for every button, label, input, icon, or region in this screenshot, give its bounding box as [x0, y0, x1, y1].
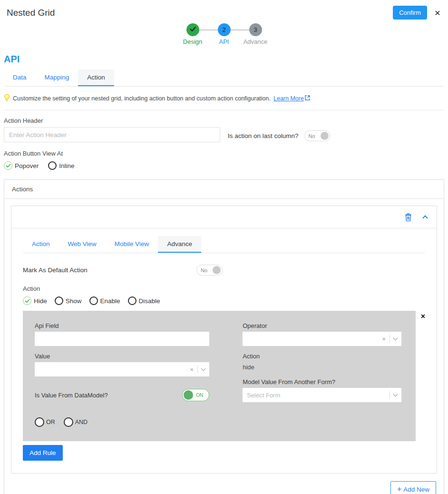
- radio-and[interactable]: AND: [64, 417, 88, 427]
- learn-more-link[interactable]: Learn More: [273, 95, 310, 102]
- select-form-dropdown[interactable]: Select Form: [243, 388, 401, 402]
- select-form-placeholder: Select Form: [247, 392, 280, 399]
- top-bar-actions: Confirm ×: [393, 6, 440, 20]
- action-card-header: [11, 206, 437, 228]
- action-radios-label: Action: [23, 285, 425, 292]
- hint-text: Customize the setting of your nested gri…: [13, 95, 271, 102]
- radio-popover[interactable]: Popover: [4, 161, 39, 170]
- toggle-knob: [213, 266, 221, 274]
- operator-group: Operator ×: [243, 322, 401, 346]
- step-design-circle: [186, 23, 199, 36]
- radio-unselected-icon: [55, 296, 63, 305]
- datamodel-toggle[interactable]: ON: [182, 389, 209, 401]
- default-action-toggle-label: No: [201, 267, 207, 273]
- rule-close-icon[interactable]: ×: [421, 313, 425, 320]
- rule-grid: Api Field Value ×: [35, 322, 401, 427]
- action-radio-group: Action Hide Show: [23, 285, 425, 305]
- last-column-label: Is action on last column?: [228, 132, 299, 139]
- clear-icon[interactable]: ×: [190, 366, 194, 373]
- external-link-icon: [305, 95, 310, 102]
- radio-selected-icon: [23, 296, 31, 305]
- add-rule-button[interactable]: Add Rule: [23, 445, 63, 461]
- action-value-group: Action hide: [243, 353, 401, 371]
- tab-action[interactable]: Action: [78, 69, 114, 86]
- rule-panel: Api Field Value ×: [23, 311, 416, 441]
- hint-section: Customize the setting of your nested gri…: [4, 87, 444, 110]
- radio-unselected-icon: [128, 296, 136, 305]
- radio-unselected-icon: [64, 417, 73, 427]
- view-at-radios: Popover Inline: [4, 161, 444, 170]
- chevron-down-icon: [201, 366, 206, 371]
- clear-icon[interactable]: ×: [382, 336, 386, 343]
- radio-selected-icon: [4, 161, 12, 170]
- datamodel-row: Is Value From DataModel? ON: [35, 389, 209, 401]
- step-design[interactable]: Design: [177, 23, 208, 45]
- radio-or[interactable]: OR: [35, 417, 55, 427]
- wizard-stepper: Design 2 API 3 Advance: [0, 23, 448, 45]
- default-action-label: Mark As Default Action: [23, 267, 88, 274]
- last-column-toggle-label: No: [309, 133, 315, 139]
- last-column-toggle[interactable]: No: [304, 130, 331, 141]
- rule-right-column: Operator × Action hide: [243, 322, 401, 427]
- step-api[interactable]: 2 API: [208, 23, 240, 45]
- radio-unselected-icon: [48, 161, 57, 170]
- rule-left-column: Api Field Value ×: [35, 322, 209, 427]
- select-divider: [390, 335, 390, 343]
- model-value-group: Model Value From Another Form? Select Fo…: [243, 378, 401, 402]
- radio-show[interactable]: Show: [55, 296, 82, 305]
- actions-panel-body: Action Web View Mobile View Advance Mark…: [4, 199, 444, 494]
- step-api-circle: 2: [218, 23, 231, 36]
- close-icon[interactable]: ×: [435, 8, 440, 18]
- datamodel-label: Is Value From DataModel?: [35, 392, 108, 399]
- hint-row: Customize the setting of your nested gri…: [4, 94, 444, 103]
- tab-action-inner[interactable]: Action: [23, 236, 59, 253]
- select-divider: [390, 391, 390, 399]
- radio-disable[interactable]: Disable: [128, 296, 160, 305]
- operator-select[interactable]: ×: [243, 332, 401, 346]
- operator-label: Operator: [243, 322, 401, 329]
- trash-icon[interactable]: [405, 213, 412, 221]
- radio-inline[interactable]: Inline: [48, 161, 74, 170]
- section-title: API: [4, 54, 444, 65]
- tab-mobile-view[interactable]: Mobile View: [106, 236, 158, 253]
- action-card-tab-bar: Action Web View Mobile View Advance: [23, 236, 425, 253]
- radio-enable[interactable]: Enable: [89, 296, 120, 305]
- tab-web-view[interactable]: Web View: [59, 236, 106, 253]
- toggle-knob: [184, 390, 193, 400]
- step-design-label: Design: [183, 38, 202, 45]
- select-divider: [197, 366, 198, 373]
- top-bar: Nested Grid Confirm ×: [0, 0, 448, 20]
- radio-disable-label: Disable: [139, 297, 160, 305]
- add-new-button[interactable]: + Add New: [390, 481, 436, 494]
- add-new-label: Add New: [403, 486, 429, 493]
- action-value-label: Action: [243, 353, 401, 360]
- page-title: Nested Grid: [7, 8, 55, 18]
- action-card: Action Web View Mobile View Advance Mark…: [11, 206, 437, 474]
- chevron-down-icon: [393, 336, 398, 341]
- radio-hide[interactable]: Hide: [23, 296, 47, 305]
- learn-more-label: Learn More: [273, 95, 304, 102]
- action-value-text: hide: [243, 364, 401, 371]
- actions-panel-title: Actions: [4, 180, 444, 199]
- model-value-label: Model Value From Another Form?: [243, 378, 401, 385]
- radio-popover-label: Popover: [15, 162, 39, 169]
- add-new-row: + Add New: [11, 474, 437, 494]
- radio-inline-label: Inline: [59, 162, 74, 169]
- api-field-input[interactable]: [35, 332, 209, 346]
- tab-advance-inner[interactable]: Advance: [158, 236, 201, 253]
- default-action-toggle[interactable]: No: [196, 265, 223, 276]
- view-at-group: Action Button View At Popover Inline: [4, 150, 444, 170]
- chevron-down-icon: [393, 392, 398, 397]
- step-api-label: API: [219, 38, 229, 45]
- confirm-button[interactable]: Confirm: [393, 6, 427, 20]
- api-field-group: Api Field: [35, 322, 209, 346]
- value-label: Value: [35, 353, 209, 360]
- action-header-input[interactable]: [4, 127, 220, 142]
- tab-data[interactable]: Data: [4, 69, 36, 86]
- collapse-chevron-up-icon[interactable]: [423, 214, 427, 220]
- action-header-label: Action Header: [4, 117, 220, 124]
- value-select[interactable]: ×: [35, 362, 209, 376]
- step-advance[interactable]: 3 Advance: [240, 23, 271, 45]
- tab-mapping[interactable]: Mapping: [36, 69, 78, 86]
- radio-show-label: Show: [66, 297, 82, 305]
